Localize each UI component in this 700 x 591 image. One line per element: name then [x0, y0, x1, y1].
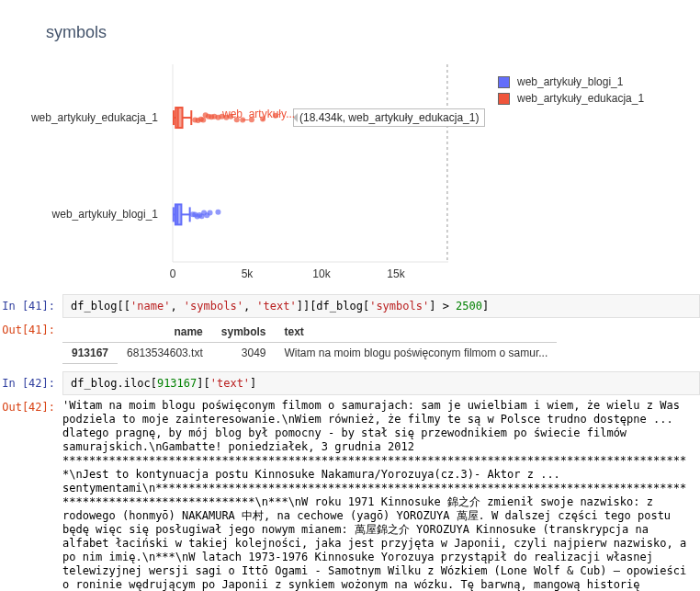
- chart-legend: web_artykuły_blogi_1 web_artykuły_edukac…: [498, 74, 700, 107]
- svg-point-28: [393, 115, 399, 120]
- input-prompt: In [42]:: [0, 371, 62, 395]
- output-prompt: Out[41]:: [0, 318, 62, 342]
- df-col-symbols: symbols: [212, 322, 276, 343]
- chart-container: symbols web_artykuły_edukacja_1 web_arty…: [0, 0, 700, 294]
- table-row: 913167 6813534603.txt 3049 Witam na moim…: [62, 343, 557, 364]
- chart-title: symbols: [46, 23, 107, 42]
- code-input[interactable]: df_blog[['name', 'symbols', 'text']][df_…: [62, 294, 700, 318]
- x-tick-label: 5k: [242, 267, 254, 280]
- df-col-name: name: [118, 322, 212, 343]
- svg-point-22: [249, 117, 254, 122]
- cell-out-41: Out[41]: name symbols text 913167 681353…: [0, 318, 700, 371]
- svg-point-23: [260, 117, 265, 122]
- input-prompt: In [41]:: [0, 294, 62, 318]
- svg-point-44: [215, 210, 220, 215]
- cell-in-42: In [42]: df_blog.iloc[913167]['text']: [0, 371, 700, 395]
- svg-point-43: [208, 210, 213, 215]
- svg-point-27: [356, 117, 362, 122]
- svg-point-25: [295, 116, 300, 121]
- svg-rect-6: [175, 108, 182, 128]
- df-cell: 3049: [212, 343, 276, 364]
- cell-out-42: Out[42]: 'Witam na moim blogu poświęcony…: [0, 395, 700, 591]
- plot-area[interactable]: web_artykuły_edukacja_1 web_artykuły_blo…: [173, 64, 448, 262]
- plot-svg[interactable]: [173, 64, 448, 262]
- df-col-text: text: [275, 322, 557, 343]
- svg-point-21: [240, 118, 245, 123]
- output-prompt: Out[42]:: [0, 395, 62, 419]
- df-col-index: [62, 322, 118, 343]
- x-tick-label: 15k: [387, 267, 404, 280]
- x-tick-label: 0: [170, 267, 176, 280]
- df-cell: Witam na moim blogu poświęconym filmom o…: [275, 343, 557, 364]
- svg-point-26: [321, 113, 326, 119]
- df-row-index: 913167: [62, 343, 118, 364]
- x-tick-label: 10k: [312, 267, 330, 280]
- code-input[interactable]: df_blog.iloc[913167]['text']: [62, 371, 700, 395]
- svg-point-19: [228, 114, 233, 119]
- df-cell: 6813534603.txt: [118, 343, 212, 364]
- legend-item[interactable]: web_artykuły_edukacja_1: [498, 90, 700, 107]
- y-tick-label: web_artykuły_blogi_1: [52, 208, 158, 221]
- legend-label: web_artykuły_edukacja_1: [517, 92, 644, 105]
- legend-swatch: [498, 93, 510, 105]
- svg-point-24: [273, 113, 278, 119]
- svg-point-20: [234, 117, 240, 122]
- svg-point-11: [200, 118, 206, 123]
- y-tick-label: web_artykuły_edukacja_1: [31, 111, 158, 124]
- dataframe-table: name symbols text 913167 6813534603.txt …: [62, 322, 557, 364]
- legend-swatch: [498, 76, 510, 88]
- text-output: 'Witam na moim blogu poświęconym filmom …: [62, 395, 700, 591]
- legend-item[interactable]: web_artykuły_blogi_1: [498, 74, 700, 90]
- legend-label: web_artykuły_blogi_1: [517, 75, 623, 88]
- dataframe-output: name symbols text 913167 6813534603.txt …: [62, 318, 700, 371]
- cell-in-41: In [41]: df_blog[['name', 'symbols', 'te…: [0, 294, 700, 318]
